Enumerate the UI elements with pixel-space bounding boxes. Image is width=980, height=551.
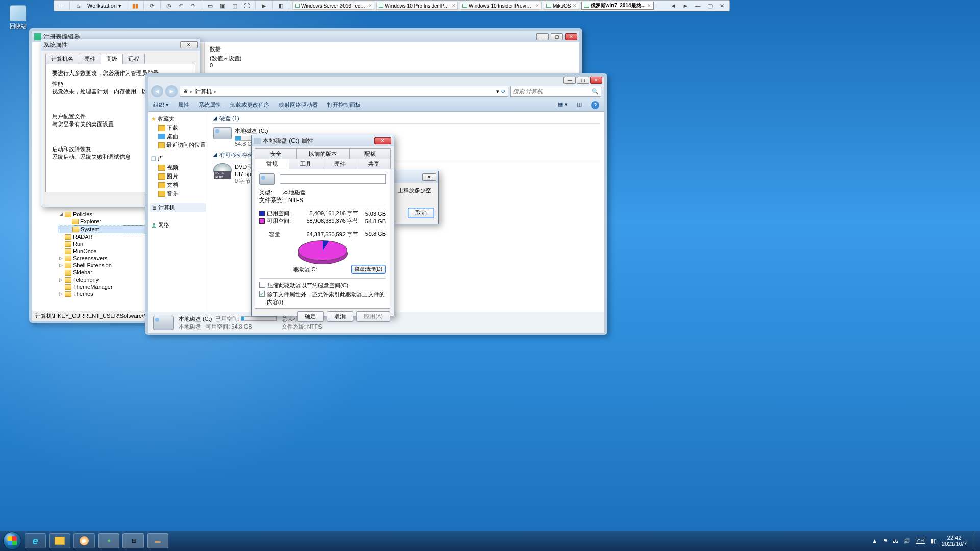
collapse-icon[interactable]: ◢	[59, 212, 63, 217]
search-icon[interactable]: 🔍	[592, 88, 599, 95]
revert-icon[interactable]: ↶	[176, 2, 186, 10]
close-button[interactable]: ✕	[422, 173, 436, 181]
toolbar-properties[interactable]: 属性	[178, 101, 189, 109]
play-icon[interactable]: ▶	[259, 2, 269, 10]
vm-tab-win10pro[interactable]: Windows 10 Pro Insider Previ...✕	[376, 2, 458, 10]
menu-icon[interactable]: ≡	[56, 2, 66, 10]
toolbar-map-drive[interactable]: 映射网络驱动器	[279, 101, 318, 109]
vm-tab-win2016[interactable]: Windows Server 2016 Technic...✕	[292, 2, 374, 10]
toolbar-uninstall[interactable]: 卸载或更改程序	[230, 101, 270, 109]
close-icon[interactable]: ✕	[535, 3, 539, 8]
view2-icon[interactable]: ▣	[217, 2, 228, 10]
cancel-button[interactable]: 取消	[408, 208, 434, 218]
tab-tools[interactable]: 工具	[289, 159, 324, 169]
ok-button[interactable]: 确定	[297, 311, 324, 322]
tray-expand-icon[interactable]: ▲	[872, 538, 877, 544]
vm-tab-win10insider[interactable]: Windows 10 Insider Preview B...✕	[460, 2, 542, 10]
nav-pane[interactable]: ★收藏夹 下载 桌面 最近访问的位置 ❐库 视频 图片 文档 音乐 🖥计算机 🖧…	[148, 112, 208, 312]
cancel-button[interactable]: 取消	[327, 311, 353, 322]
home-icon[interactable]: ⌂	[73, 2, 83, 10]
fullscreen-icon[interactable]: ⛶	[242, 2, 252, 10]
forward-icon[interactable]: ↷	[188, 2, 199, 10]
section-header[interactable]: ◢ 硬盘 (1)	[212, 115, 600, 122]
network-icon[interactable]: 🖧	[893, 538, 898, 544]
tab-security[interactable]: 安全	[255, 148, 297, 159]
vm-tab-mikuos[interactable]: MikuOS✕	[544, 2, 579, 10]
apply-button[interactable]: 应用(A)	[356, 311, 390, 322]
disk-cleanup-button[interactable]: 磁盘清理(D)	[351, 265, 386, 274]
minimize-button[interactable]: —	[564, 77, 576, 84]
battery-icon[interactable]: ▮▯	[930, 538, 937, 544]
checkbox-checked-icon[interactable]: ✓	[259, 291, 265, 297]
close-button[interactable]: ✕	[565, 33, 577, 40]
host-close-icon[interactable]: ✕	[717, 2, 727, 10]
snapshot-icon[interactable]: ⟳	[147, 2, 157, 10]
lang-indicator[interactable]: CH	[916, 538, 925, 544]
address-bar[interactable]: 🖥 ▸ 计算机 ▸ ▾⟳	[180, 86, 508, 97]
taskbar-explorer[interactable]	[49, 533, 70, 548]
view1-icon[interactable]: ▭	[205, 2, 215, 10]
search-input[interactable]	[513, 88, 592, 94]
toolbar-control-panel[interactable]: 打开控制面板	[327, 101, 361, 109]
clock-time[interactable]: 22:42	[942, 535, 967, 541]
tab-hardware[interactable]: 硬件	[79, 54, 101, 64]
pause-icon[interactable]: ▮▮	[130, 2, 140, 10]
taskbar-app-3[interactable]: ▬	[147, 533, 168, 548]
vm-tab-russian-win7[interactable]: 俄罗斯win7_2014最终...✕	[581, 2, 654, 10]
view3-icon[interactable]: ◫	[230, 2, 240, 10]
host-maximize-icon[interactable]: ▢	[705, 2, 715, 10]
nav-prev-icon[interactable]: ◄	[668, 2, 678, 10]
close-button[interactable]: ✕	[180, 41, 198, 48]
titlebar[interactable]: 本地磁盘 (C:) 属性 ✕	[252, 135, 394, 146]
close-icon[interactable]: ✕	[368, 3, 372, 8]
flag-icon[interactable]: ⚑	[883, 538, 888, 544]
nav-next-icon[interactable]: ►	[680, 2, 691, 10]
clock-date[interactable]: 2021/10/7	[942, 541, 967, 547]
breadcrumb[interactable]: 计算机	[195, 88, 212, 95]
volume-icon[interactable]: 🔊	[903, 538, 911, 544]
column-header[interactable]: 数据	[210, 45, 574, 53]
tab-computer-name[interactable]: 计算机名	[45, 54, 79, 64]
close-icon[interactable]: ✕	[647, 3, 651, 8]
workstation-dropdown[interactable]: Workstation ▾	[85, 3, 124, 9]
minimize-button[interactable]: —	[536, 33, 549, 40]
host-minimize-icon[interactable]: —	[693, 2, 703, 10]
refresh-icon[interactable]: ⟳	[501, 88, 506, 95]
close-icon[interactable]: ✕	[452, 3, 455, 8]
expand-icon[interactable]: ▷	[59, 256, 63, 261]
tab-sharing[interactable]: 共享	[357, 159, 391, 169]
expand-icon[interactable]: ▷	[59, 278, 63, 282]
preview-pane-icon[interactable]: ◫	[577, 101, 582, 109]
tab-previous-versions[interactable]: 以前的版本	[296, 148, 350, 159]
close-button[interactable]: ✕	[590, 77, 602, 84]
titlebar[interactable]: 系统属性 ✕	[41, 39, 200, 51]
toolbar-organize[interactable]: 组织 ▾	[153, 101, 169, 109]
value-row[interactable]: 0	[210, 62, 574, 68]
show-desktop-button[interactable]	[972, 533, 977, 549]
view-options-icon[interactable]: ▦ ▾	[558, 101, 568, 109]
taskbar-app-1[interactable]: ✦	[98, 533, 119, 548]
compress-checkbox-row[interactable]: 压缩此驱动器以节约磁盘空间(C)	[259, 282, 386, 289]
expand-icon[interactable]: ▷	[59, 292, 63, 296]
tab-quota[interactable]: 配额	[349, 148, 391, 159]
toolbar-system-properties[interactable]: 系统属性	[199, 101, 221, 109]
forward-button[interactable]: ►	[165, 85, 178, 97]
start-button[interactable]	[3, 532, 21, 550]
taskbar-media-player[interactable]: ▶	[74, 533, 95, 548]
index-checkbox-row[interactable]: ✓除了文件属性外，还允许索引此驱动器上文件的内容(I)	[259, 291, 386, 306]
tab-hardware[interactable]: 硬件	[323, 159, 357, 169]
checkbox-unchecked-icon[interactable]	[259, 282, 265, 288]
close-icon[interactable]: ✕	[573, 3, 577, 8]
system-tray[interactable]: ▲ ⚑ 🖧 🔊 CH ▮▯ 22:42 2021/10/7	[872, 533, 977, 549]
taskbar-app-2[interactable]: 🖥	[122, 533, 144, 548]
search-box[interactable]: 🔍	[510, 86, 601, 97]
tab-remote[interactable]: 远程	[122, 54, 145, 64]
back-button[interactable]: ◄	[151, 85, 163, 97]
tab-general[interactable]: 常规	[255, 159, 289, 169]
unity-icon[interactable]: ◧	[276, 2, 286, 10]
value-row[interactable]: (数值未设置)	[210, 55, 574, 62]
maximize-button[interactable]: ▢	[551, 33, 563, 40]
volume-label-input[interactable]	[280, 174, 386, 184]
expand-icon[interactable]: ▷	[59, 263, 63, 268]
taskbar-ie[interactable]: e	[24, 533, 46, 548]
